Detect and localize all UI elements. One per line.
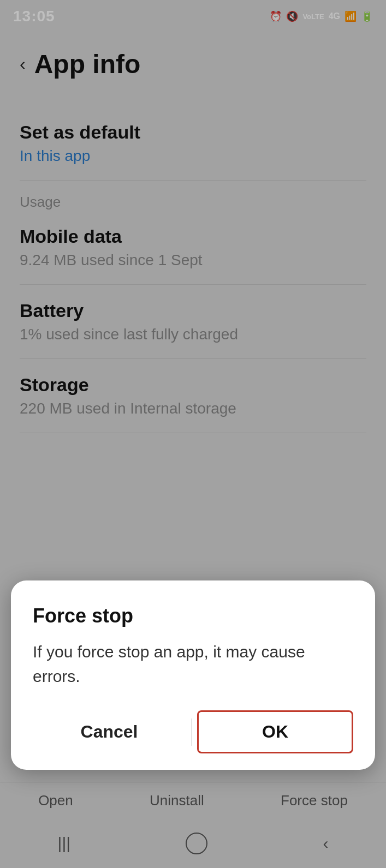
ok-button[interactable]: OK [197, 710, 353, 753]
force-stop-dialog: Force stop If you force stop an app, it … [11, 580, 375, 770]
dialog-body: If you force stop an app, it may cause e… [33, 639, 353, 689]
cancel-button[interactable]: Cancel [33, 712, 186, 752]
dialog-divider [191, 719, 192, 746]
dialog-buttons: Cancel OK [33, 710, 353, 753]
dialog-title: Force stop [33, 604, 353, 627]
